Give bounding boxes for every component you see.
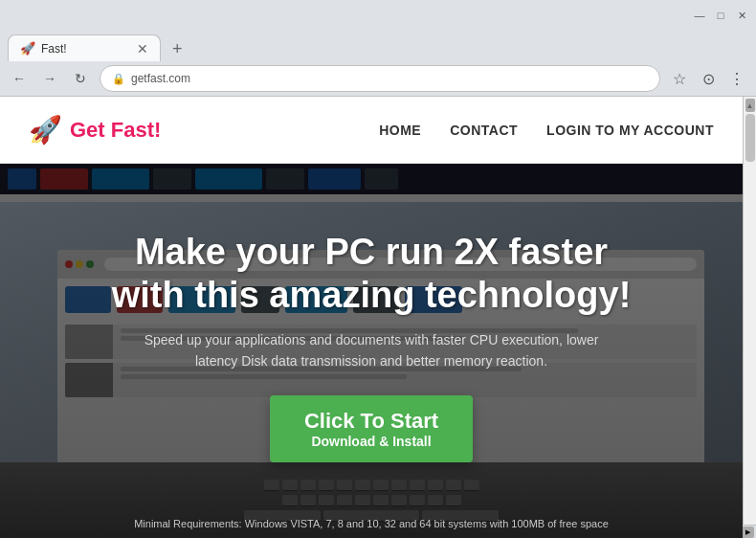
title-bar: — □ ✕ <box>0 0 756 31</box>
lock-icon: 🔒 <box>112 73 125 85</box>
nav-home[interactable]: HOME <box>379 123 421 138</box>
tab-bar: 🚀 Fast! ✕ + <box>0 31 756 61</box>
new-tab-button[interactable]: + <box>167 37 189 61</box>
url-bar[interactable]: 🔒 getfast.com <box>100 65 660 92</box>
account-icon[interactable]: ⊙ <box>697 67 720 90</box>
site-nav: 🚀 Get Fast! HOME CONTACT LOGIN TO MY ACC… <box>0 97 743 164</box>
minimize-button[interactable]: — <box>693 9 706 22</box>
hero-title: Make your PC run 2X faster with this ama… <box>112 231 632 318</box>
site-logo: 🚀 Get Fast! <box>29 114 161 146</box>
nav-contact[interactable]: CONTACT <box>450 123 518 138</box>
address-bar: ← → ↻ 🔒 getfast.com ☆ ⊙ ⋮ <box>0 61 756 96</box>
website: 🚀 Get Fast! HOME CONTACT LOGIN TO MY ACC… <box>0 97 743 538</box>
cta-download-button[interactable]: Click To Start Download & Install <box>270 395 473 462</box>
content-area: 🚀 Get Fast! HOME CONTACT LOGIN TO MY ACC… <box>0 97 756 538</box>
forward-button[interactable]: → <box>38 67 61 90</box>
browser-chrome: — □ ✕ 🚀 Fast! ✕ + ← → ↻ 🔒 getfast.com <box>0 0 756 97</box>
scrollbar[interactable]: ▲ <box>743 97 756 538</box>
cta-line2: Download & Install <box>311 434 431 449</box>
refresh-button[interactable]: ↻ <box>69 67 92 90</box>
tab-title: Fast! <box>41 42 67 56</box>
browser-window: — □ ✕ 🚀 Fast! ✕ + ← → ↻ 🔒 getfast.com <box>0 0 756 538</box>
back-button[interactable]: ← <box>8 67 31 90</box>
hero-content: Make your PC run 2X faster with this ama… <box>0 164 743 538</box>
active-tab[interactable]: 🚀 Fast! ✕ <box>8 34 161 61</box>
bookmark-icon[interactable]: ☆ <box>668 67 691 90</box>
requirements-text: Minimal Requirements: Windows VISTA, 7, … <box>0 518 743 529</box>
nav-links: HOME CONTACT LOGIN TO MY ACCOUNT <box>379 123 714 138</box>
hero-section: Make your PC run 2X faster with this ama… <box>0 164 743 538</box>
window-controls: — □ ✕ <box>693 9 748 22</box>
menu-icon[interactable]: ⋮ <box>725 67 748 90</box>
nav-login[interactable]: LOGIN TO MY ACCOUNT <box>546 123 714 138</box>
url-text: getfast.com <box>131 72 190 85</box>
close-button[interactable]: ✕ <box>735 9 748 22</box>
logo-text: Get Fast! <box>70 118 161 143</box>
maximize-button[interactable]: □ <box>714 9 727 22</box>
tab-close-button[interactable]: ✕ <box>137 42 148 56</box>
hero-subtitle: Speed up your applications and documents… <box>142 329 601 372</box>
logo-icon: 🚀 <box>29 114 62 146</box>
toolbar-icons: ☆ ⊙ ⋮ <box>668 67 748 90</box>
scroll-thumb[interactable] <box>745 114 755 162</box>
tab-favicon: 🚀 <box>20 41 35 56</box>
cta-line1: Click To Start <box>304 409 438 434</box>
